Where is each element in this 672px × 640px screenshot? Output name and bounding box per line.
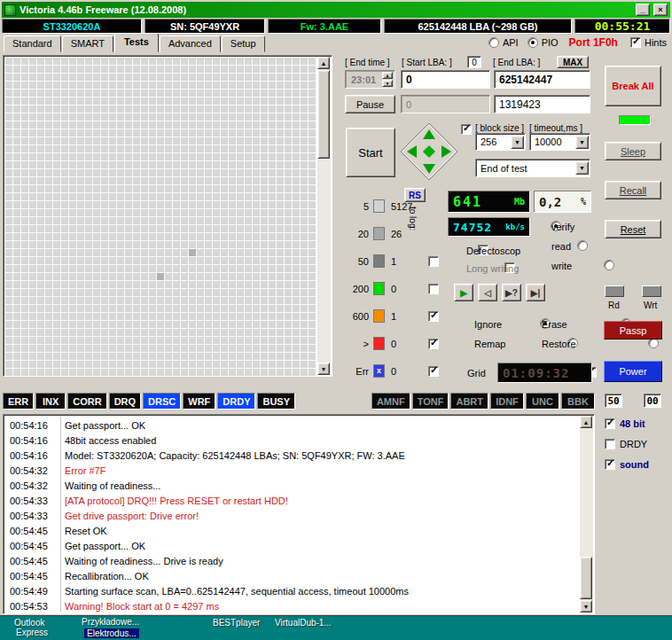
max-lba-button[interactable]: MAX [557,56,589,68]
navigation-pad[interactable] [399,121,459,182]
scan-cell [221,58,228,65]
block-count-field[interactable]: 1319423 [494,95,590,113]
api-radio[interactable] [488,37,499,48]
skip-end-button[interactable]: ▶| [526,284,545,301]
scan-cell [45,313,52,320]
chevron-down-icon[interactable]: ▼ [575,161,589,175]
break-all-button[interactable]: Break All [605,66,661,106]
scan-cell [173,105,180,113]
start-lba-input[interactable]: 0 [401,70,490,89]
pio-radio[interactable] [527,37,538,48]
legend-color-block [373,227,385,240]
recall-button[interactable]: Recall [605,181,661,199]
title-bar[interactable]: Victoria 4.46b Freeware (12.08.2008) _ × [2,2,670,18]
start-button[interactable]: Start [346,128,395,177]
tab-standard[interactable]: Standard [4,35,61,52]
scan-cell [301,145,308,152]
desktop-icon-label[interactable]: BESTplayer [213,618,260,628]
read-radio[interactable] [577,240,588,251]
to-log-checkbox[interactable] [428,256,439,267]
block-size-select[interactable]: 256 ▼ [475,133,526,151]
scan-cell [61,265,68,272]
scroll-down-icon[interactable]: ▼ [317,363,330,375]
scan-cell [293,361,300,368]
to-log-checkbox[interactable] [428,311,439,322]
end-action-select[interactable]: End of test ▼ [475,159,590,177]
timeout-select[interactable]: 10000 ▼ [529,133,590,151]
tab-advanced[interactable]: Advanced [160,35,221,52]
end-time-field[interactable]: 23:01 ▲ ▼ [345,70,395,89]
jump-button[interactable]: ▶? [502,284,521,301]
scan-cell [45,297,52,304]
to-log-checkbox[interactable] [428,366,439,377]
scan-cell [293,58,300,65]
scan-cell [21,169,28,176]
sound-checkbox[interactable] [605,459,615,470]
block-size-checkbox[interactable] [461,124,472,135]
power-button[interactable]: Power [604,361,662,382]
pio-label: PIO [542,37,559,48]
scan-cell [21,105,28,113]
drdy-checkbox[interactable] [605,439,615,449]
scan-scrollbar[interactable]: ▲ ▼ [317,57,331,375]
end-lba-input[interactable]: 625142447 [494,70,590,89]
scan-cell [85,337,92,344]
close-button[interactable]: × [653,4,668,16]
minimize-button[interactable]: _ [636,4,650,16]
sleep-button[interactable]: Sleep [605,142,661,160]
scan-scrollbar-thumb[interactable] [317,70,330,159]
scan-cell [213,105,220,113]
spinner-down-icon[interactable]: ▼ [382,80,393,87]
scan-cell [5,233,12,240]
chevron-down-icon[interactable]: ▼ [575,136,589,149]
scan-cell [309,161,316,168]
scan-cell [205,121,212,129]
scan-cell [165,98,172,105]
scan-cell [141,321,148,328]
log-scrollbar-thumb[interactable] [580,557,592,599]
scan-cell [85,105,92,113]
scan-cell [77,153,84,160]
desktop-icon-label[interactable]: Express [16,628,48,637]
step-back-button[interactable]: ◁ [478,284,497,301]
scan-cell [245,137,252,144]
scan-cell [157,153,164,160]
scan-cell [21,353,28,360]
desktop-icon-label[interactable]: Przykładowe... [82,617,139,627]
desktop-icon-label[interactable]: Outlook [14,618,44,628]
scan-cell [269,113,276,121]
scan-cell [245,361,252,368]
scan-cell [109,98,116,105]
hints-checkbox[interactable] [630,37,641,48]
scroll-down-icon[interactable]: ▼ [580,600,592,613]
scan-cell [125,281,132,288]
log-scrollbar[interactable]: ▲ ▼ [580,416,593,613]
passport-button[interactable]: Passp [604,321,662,340]
bit48-checkbox[interactable] [605,418,615,429]
scan-cell [61,273,68,280]
to-log-checkbox[interactable] [428,339,439,349]
scan-cell [197,209,204,216]
scan-cell [117,74,124,81]
scan-cell [221,169,228,176]
desktop-icon-label[interactable]: Elektrodus... [84,628,139,638]
reset-button[interactable]: Reset [605,220,661,238]
tab-tests[interactable]: Tests [114,33,159,52]
scroll-up-icon[interactable]: ▲ [317,57,330,69]
spinner-up-icon[interactable]: ▲ [382,72,393,79]
desktop-icon-label[interactable]: VirtualDub-1... [275,618,332,628]
scan-cell [213,369,220,376]
scan-cell [117,361,124,368]
tab-smart[interactable]: SMART [62,35,113,52]
scan-cell [309,305,316,312]
scroll-up-icon[interactable]: ▲ [580,416,592,428]
scan-cell [21,345,28,352]
scan-cell [157,161,164,168]
play-button[interactable]: ▶ [454,284,473,301]
tab-setup[interactable]: Setup [222,35,265,52]
scan-cell [149,209,156,216]
close-icon: × [658,5,662,14]
to-log-checkbox[interactable] [428,284,439,294]
chevron-down-icon[interactable]: ▼ [511,136,524,149]
pause-button[interactable]: Pause [345,95,395,113]
